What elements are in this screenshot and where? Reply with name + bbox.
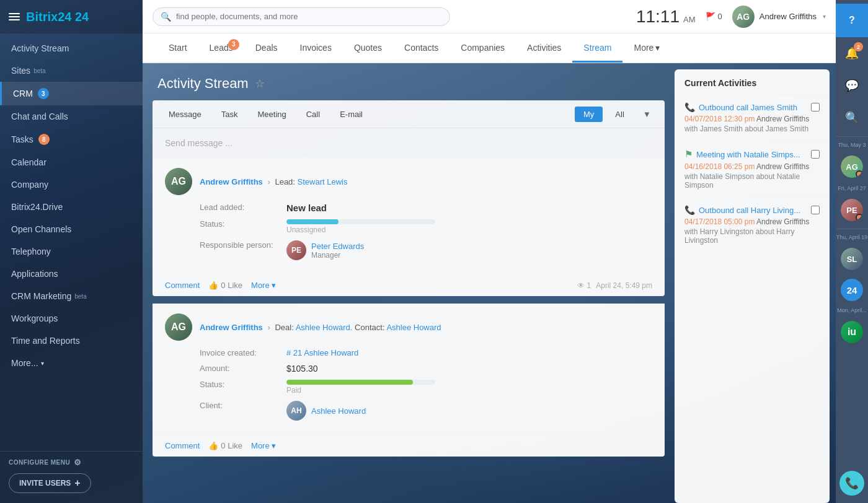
hamburger-menu[interactable] [9,13,20,20]
act2-link[interactable]: Meeting with Natalie Simps... [696,150,800,159]
card2-contact-link[interactable]: Ashlee Howard [386,323,441,332]
flag-icon: 🚩 [706,12,715,21]
notifications-icon-button[interactable]: 🔔 2 [836,37,868,69]
phone-icon-button[interactable]: 📞 [836,467,868,499]
sidebar-item-more[interactable]: More... ▾ [0,352,143,374]
client-link[interactable]: Ashlee Howard [311,406,366,416]
email-button[interactable]: E-mail [331,105,371,124]
invite-users-button[interactable]: INVITE USERS + [9,473,91,493]
filter-all-button[interactable]: All [606,107,632,122]
card1-user-info: Andrew Griffiths › Lead: Stewart Lewis [200,177,348,186]
side-avatar-3[interactable]: SL [841,248,863,270]
clock-display: 11:11 AM [636,7,696,27]
sidebar-item-company[interactable]: Company [0,173,143,196]
crm-nav-contacts[interactable]: Contacts [393,34,450,63]
card1-header: AG Andrew Griffiths › Lead: Stewart Lewi… [153,158,665,203]
act1-link[interactable]: Outbound call James Smith [699,103,797,112]
message-box[interactable]: Send message ... [153,128,665,158]
like-count-2: 0 Like [221,441,242,450]
sidebar-item-time-reports[interactable]: Time and Reports [0,330,143,352]
like-action-1[interactable]: 👍 0 Like [208,281,242,290]
sidebar-item-label: CRM Marketing [11,291,71,301]
act3-checkbox[interactable] [811,206,820,214]
act1-phone-icon: 📞 [684,102,695,112]
crm-nav-start[interactable]: Start [157,34,198,63]
crm-nav-leads[interactable]: Leads 3 [198,34,244,63]
sidebar-item-crm-marketing[interactable]: CRM Marketing beta [0,285,143,307]
crm-nav-deals[interactable]: Deals [244,34,289,63]
sidebar-item-label: Chat and Calls [11,112,68,121]
sidebar-item-label: CRM [13,89,33,98]
card2-user-link[interactable]: Andrew Griffiths [200,323,263,332]
field-label-invoice: Invoice created: [200,348,286,357]
date-label-2: Fri, April 27 [838,183,866,194]
card1-field-status: Status: Unassigned [200,219,652,234]
comment-link-2[interactable]: Comment [165,441,200,450]
act1-desc: with James Smith about James Smith [684,125,820,133]
meeting-button[interactable]: Meeting [249,105,294,124]
sidebar-item-activity-stream[interactable]: Activity Stream [0,37,143,59]
side-avatar-1[interactable]: AG [841,155,863,178]
more-chevron-icon: ▾ [655,43,660,53]
sidebar-item-bitrix24-drive[interactable]: Bitrix24.Drive [0,196,143,218]
act1-checkbox[interactable] [811,103,820,112]
sidebar-item-sites[interactable]: Sites beta [0,59,143,82]
person-info: Peter Edwards Manager [311,242,364,260]
search-input[interactable] [176,12,442,21]
sidebar-item-chat-calls[interactable]: Chat and Calls [0,105,143,128]
help-icon-button[interactable]: ? [836,4,868,37]
crm-nav-stream[interactable]: Stream [572,34,622,63]
feed-scroll[interactable]: AG Andrew Griffiths › Lead: Stewart Lewi… [143,158,675,503]
filter-options-button[interactable]: ▼ [637,107,657,122]
thumb-icon-2: 👍 [208,441,218,450]
crm-nav-activities[interactable]: Activities [516,34,572,63]
status-unassigned: Unassigned [286,225,435,234]
more-link-2[interactable]: More ▾ [251,441,276,450]
right-panel: Current Activities 📞 Outbound call James… [675,63,836,503]
filter-my-button[interactable]: My [575,107,603,122]
sidebar-item-label: Telephony [11,247,51,256]
call-button[interactable]: Call [298,105,329,124]
crm-nav-invoices[interactable]: Invoices [289,34,343,63]
sidebar-item-tasks[interactable]: Tasks 8 [0,128,143,151]
sidebar-item-applications[interactable]: Applications [0,263,143,285]
card1-avatar: AG [165,168,192,195]
crm-nav-companies[interactable]: Companies [450,34,516,63]
card1-arrow: › [267,177,272,186]
like-action-2[interactable]: 👍 0 Like [208,441,242,450]
peter-link[interactable]: Peter Edwards [311,242,364,251]
side-avatar-4[interactable]: iu [841,321,863,343]
card1-lead-link[interactable]: Stewart Lewis [298,177,348,186]
card1-user-link[interactable]: Andrew Griffiths [200,177,263,186]
tasks-badge: 8 [38,134,50,145]
crm-nav-more[interactable]: More ▾ [622,34,671,63]
star-icon[interactable]: ☆ [255,77,265,90]
sidebar-item-label: Bitrix24.Drive [11,202,63,212]
sidebar-item-workgroups[interactable]: Workgroups [0,307,143,330]
sidebar-item-calendar[interactable]: Calendar [0,151,143,173]
gear-icon[interactable]: ⚙ [74,458,82,467]
sidebar-item-telephony[interactable]: Telephony [0,240,143,263]
card2-deal-link[interactable]: Ashlee Howard. [296,323,353,332]
card2-header: AG Andrew Griffiths › Deal: Ashlee Howar… [153,304,665,348]
task-button[interactable]: Task [213,105,247,124]
comment-link-1[interactable]: Comment [165,281,200,290]
side-avatar-2[interactable]: PE [841,199,863,221]
chat-icon-button[interactable]: 💬 [836,69,868,102]
search-far-icon: 🔍 [845,111,859,125]
sidebar-item-open-channels[interactable]: Open Channels [0,218,143,240]
act3-link[interactable]: Outbound call Harry Living... [699,206,800,215]
search-icon-button[interactable]: 🔍 [836,102,868,134]
invoice-link[interactable]: # 21 Ashlee Howard [286,348,358,357]
activity-bar: Message Task Meeting Call E-mail My All … [153,100,665,128]
crm-nav-quotes[interactable]: Quotes [343,34,393,63]
sidebar-item-crm[interactable]: CRM 3 [0,82,143,105]
message-button[interactable]: Message [160,105,210,124]
more-link-1[interactable]: More ▾ [251,281,276,290]
sidebar-item-label: Activity Stream [11,43,69,53]
card2-footer: Comment 👍 0 Like More ▾ [153,435,665,457]
act2-checkbox[interactable] [811,150,820,159]
search-box[interactable]: 🔍 [153,7,450,26]
number-badge-24[interactable]: 24 [841,279,863,301]
user-menu[interactable]: AG Andrew Griffiths ▾ [732,6,826,28]
